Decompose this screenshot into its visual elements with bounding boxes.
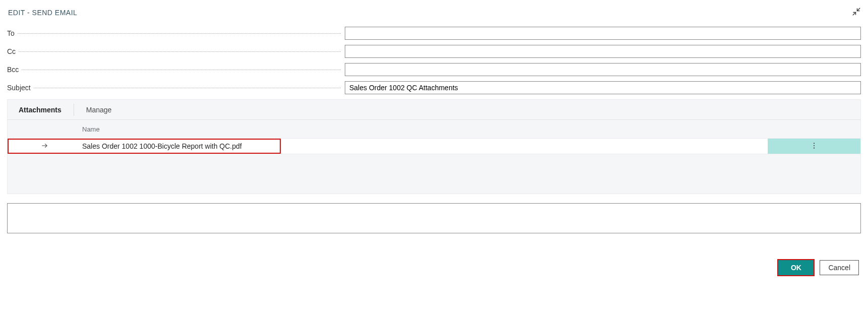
svg-point-0 [814, 143, 815, 144]
attachment-name: Sales Order 1002 1000-Bicycle Report wit… [82, 142, 768, 150]
cc-label: Cc [7, 47, 19, 55]
collapse-icon[interactable] [852, 7, 861, 18]
dialog-title: EDIT - SEND EMAIL [8, 9, 77, 17]
ok-button[interactable]: OK [778, 260, 814, 275]
dotted-leader [18, 33, 341, 34]
tab-manage[interactable]: Manage [82, 103, 116, 117]
to-label: To [7, 29, 18, 37]
dotted-leader [34, 88, 341, 88]
bcc-label: Bcc [7, 66, 22, 74]
dotted-leader [22, 70, 341, 70]
cancel-button[interactable]: Cancel [820, 260, 859, 275]
email-body-field[interactable] [7, 203, 861, 233]
to-field[interactable] [345, 27, 861, 40]
table-row[interactable]: Sales Order 1002 1000-Bicycle Report wit… [8, 138, 860, 154]
svg-point-1 [814, 145, 815, 146]
cc-field[interactable] [345, 45, 861, 58]
dotted-leader [19, 51, 341, 52]
tab-attachments[interactable]: Attachments [15, 103, 66, 117]
arrow-right-icon [41, 142, 49, 151]
subject-label: Subject [7, 84, 34, 92]
column-header-name[interactable]: Name [82, 125, 100, 133]
tab-divider [74, 104, 74, 116]
bcc-field[interactable] [345, 63, 861, 76]
attachments-section: Attachments Manage Name Sales Order 1002… [7, 99, 861, 194]
more-vertical-icon [810, 142, 818, 151]
svg-point-2 [814, 147, 815, 148]
row-actions-button[interactable] [768, 139, 860, 154]
subject-field[interactable] [345, 81, 861, 94]
